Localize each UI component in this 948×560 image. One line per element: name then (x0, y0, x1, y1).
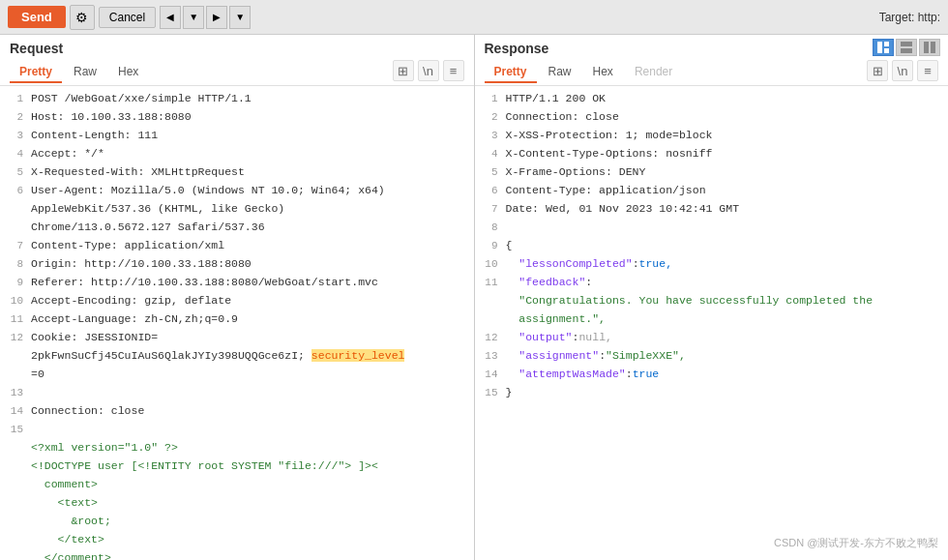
svg-rect-4 (901, 48, 912, 53)
line-content: <text> (31, 494, 474, 513)
line-number: 7 (0, 237, 31, 255)
response-tab-icons: ⊞ \n ≡ (867, 60, 938, 81)
line-content: Date: Wed, 01 Nov 2023 10:42:41 GMT (506, 200, 949, 219)
toolbar: Send ⚙ Cancel ◀ ▼ ▶ ▼ Target: http: (0, 0, 948, 35)
line-content: "assignment":"SimpleXXE", (506, 347, 949, 366)
svg-rect-1 (884, 42, 889, 46)
forward-dropdown-button[interactable]: ▼ (229, 6, 251, 29)
line-number (0, 531, 31, 549)
response-line: "Congratulations. You have successfully … (475, 292, 949, 310)
line-number: 13 (0, 384, 31, 402)
line-number: 8 (0, 255, 31, 274)
line-content: Cookie: JSESSIONID= (31, 329, 474, 347)
request-line: <!DOCTYPE user [<!ENTITY root SYSTEM "fi… (0, 457, 474, 476)
line-content: } (506, 384, 949, 402)
request-tabs: Pretty Raw Hex (10, 62, 148, 83)
response-line: 9{ (475, 237, 949, 255)
tab-response-pretty[interactable]: Pretty (485, 62, 537, 83)
request-line: =0 (0, 366, 474, 384)
settings-button[interactable]: ⚙ (70, 5, 95, 30)
line-number (475, 292, 506, 310)
line-content: POST /WebGoat/xxe/simple HTTP/1.1 (31, 90, 474, 108)
response-line: 5X-Frame-Options: DENY (475, 163, 949, 182)
tab-response-hex[interactable]: Hex (583, 62, 623, 83)
request-code-area[interactable]: 1POST /WebGoat/xxe/simple HTTP/1.12Host:… (0, 86, 474, 560)
response-layout-icon-2[interactable] (896, 39, 917, 56)
request-line: 9Referer: http://10.100.33.188:8080/WebG… (0, 274, 474, 292)
line-content: Content-Type: application/xml (31, 237, 474, 255)
tab-request-raw[interactable]: Raw (64, 62, 106, 83)
response-line: 6Content-Type: application/json (475, 182, 949, 200)
line-content: Connection: close (31, 402, 474, 421)
request-panel-title: Request (10, 41, 464, 56)
line-number: 5 (475, 163, 506, 182)
response-line: 2Connection: close (475, 108, 949, 127)
back-button[interactable]: ◀ (160, 6, 181, 29)
response-line: assignment.", (475, 310, 949, 329)
request-menu-icon[interactable]: ≡ (443, 60, 464, 81)
svg-rect-5 (924, 42, 929, 53)
line-content: Connection: close (506, 108, 949, 127)
request-line: 15 (0, 421, 474, 439)
line-number: 1 (475, 90, 506, 108)
line-content: </comment> (31, 549, 474, 560)
request-line: 3Content-Length: 111 (0, 127, 474, 145)
line-content: Origin: http://10.100.33.188:8080 (31, 255, 474, 274)
request-line: 6User-Agent: Mozilla/5.0 (Windows NT 10.… (0, 182, 474, 200)
response-wrap-icon[interactable]: \n (892, 60, 913, 81)
svg-rect-6 (931, 42, 935, 53)
line-content: "lessonCompleted":true, (506, 255, 949, 274)
response-line: 7Date: Wed, 01 Nov 2023 10:42:41 GMT (475, 200, 949, 219)
line-content: AppleWebKit/537.36 (KHTML, like Gecko) (31, 200, 474, 219)
line-number: 10 (0, 292, 31, 310)
line-number: 13 (475, 347, 506, 366)
tab-request-hex[interactable]: Hex (108, 62, 148, 83)
line-number: 10 (475, 255, 506, 274)
nav-dropdown-button[interactable]: ▼ (183, 6, 204, 29)
response-menu-icon[interactable]: ≡ (917, 60, 938, 81)
line-content: Content-Type: application/json (506, 182, 949, 200)
line-number: 4 (475, 145, 506, 163)
request-line: &root; (0, 513, 474, 531)
line-number: 12 (0, 329, 31, 347)
target-label: Target: http: (879, 11, 940, 24)
response-line: 14 "attemptWasMade":true (475, 366, 949, 384)
send-button[interactable]: Send (8, 6, 66, 28)
line-content: Content-Length: 111 (31, 127, 474, 145)
line-number (475, 310, 506, 329)
line-content: comment> (31, 476, 474, 494)
line-content: Accept-Encoding: gzip, deflate (31, 292, 474, 310)
line-content: =0 (31, 366, 474, 384)
request-wrap-icon[interactable]: \n (418, 60, 439, 81)
response-layout-icon-1[interactable] (873, 39, 894, 56)
line-content (31, 384, 474, 402)
request-line: </text> (0, 531, 474, 549)
cancel-button[interactable]: Cancel (99, 7, 156, 28)
line-number: 15 (475, 384, 506, 402)
tab-response-raw[interactable]: Raw (539, 62, 581, 83)
response-line: 12 "output":null, (475, 329, 949, 347)
main-content: Request Pretty Raw Hex ⊞ \n ≡ 1POST /Web… (0, 35, 948, 560)
response-layout-icon-3[interactable] (919, 39, 940, 56)
line-content: { (506, 237, 949, 255)
line-number (0, 219, 31, 237)
request-format-icon[interactable]: ⊞ (393, 60, 414, 81)
response-code-area[interactable]: 1HTTP/1.1 200 OK2Connection: close3X-XSS… (475, 86, 949, 560)
line-content: X-Requested-With: XMLHttpRequest (31, 163, 474, 182)
line-content: Accept-Language: zh-CN,zh;q=0.9 (31, 310, 474, 329)
response-format-icon[interactable]: ⊞ (867, 60, 888, 81)
tab-response-render[interactable]: Render (625, 62, 682, 83)
response-line: 15} (475, 384, 949, 402)
request-line: AppleWebKit/537.36 (KHTML, like Gecko) (0, 200, 474, 219)
response-line: 4X-Content-Type-Options: nosniff (475, 145, 949, 163)
line-content: </text> (31, 531, 474, 549)
request-line: 7Content-Type: application/xml (0, 237, 474, 255)
line-number (0, 494, 31, 513)
line-number (0, 476, 31, 494)
tab-request-pretty[interactable]: Pretty (10, 62, 62, 83)
request-line: 10Accept-Encoding: gzip, deflate (0, 292, 474, 310)
forward-button[interactable]: ▶ (206, 6, 227, 29)
line-content: assignment.", (506, 310, 949, 329)
line-number: 3 (475, 127, 506, 145)
response-line: 1HTTP/1.1 200 OK (475, 90, 949, 108)
